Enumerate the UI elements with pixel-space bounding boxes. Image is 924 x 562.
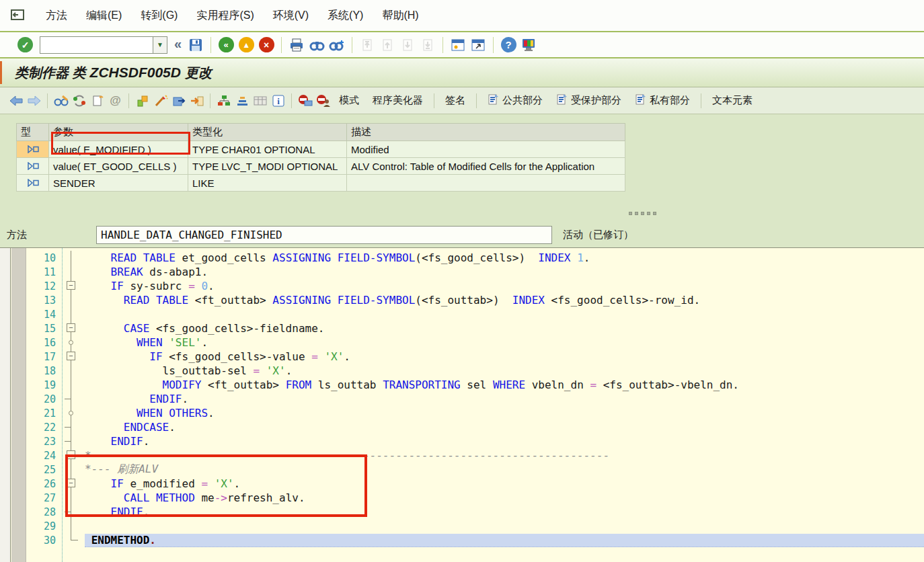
parameter-cell[interactable]: SENDER [49, 175, 188, 192]
code-text[interactable]: WHEN 'SEL'. [85, 336, 208, 349]
column-header-3[interactable]: 描述 [347, 124, 625, 141]
typing-cell[interactable]: TYPE CHAR01 OPTIONAL [188, 141, 347, 158]
app-button-private-section[interactable]: 私有部分 [628, 91, 697, 110]
code-line-28[interactable]: 28 ENDIF. [26, 505, 924, 519]
stop-user-icon[interactable] [315, 93, 332, 108]
code-line-10[interactable]: 10 READ TABLE et_good_cells ASSIGNING FI… [26, 251, 924, 265]
fold-gutter[interactable] [62, 505, 85, 519]
stop-watchpoint-icon[interactable] [297, 93, 313, 108]
new-session-icon[interactable] [449, 37, 467, 53]
menu-item-5[interactable]: 系统(Y) [318, 5, 373, 26]
find-icon[interactable] [308, 37, 325, 53]
app-button-text-elements[interactable]: 文本元素 [705, 91, 759, 110]
parameter-cell[interactable]: value( E_MODIFIED ) [49, 141, 188, 158]
typing-cell[interactable]: TYPE LVC_T_MODI OPTIONAL [188, 158, 347, 175]
fold-gutter[interactable] [62, 519, 85, 533]
code-text[interactable]: ENDIF. [85, 506, 149, 518]
last-page-icon[interactable] [419, 37, 436, 53]
code-line-24[interactable]: 24−*------------------------------------… [26, 448, 924, 463]
fold-gutter[interactable] [62, 434, 85, 448]
code-line-21[interactable]: 21 WHEN OTHERS. [26, 406, 924, 420]
print-icon[interactable] [288, 37, 305, 53]
code-text[interactable]: IF e_modified = 'X'. [85, 477, 240, 490]
code-line-15[interactable]: 15− CASE <fs_good_cells>-fieldname. [26, 321, 924, 335]
code-text[interactable]: ENDMETHOD. [85, 534, 924, 547]
code-line-16[interactable]: 16 WHEN 'SEL'. [26, 335, 924, 350]
collapse-toolbar-icon[interactable]: « [174, 36, 182, 52]
description-cell[interactable] [347, 175, 625, 192]
column-header-2[interactable]: 类型化 [188, 124, 347, 141]
fold-gutter[interactable] [62, 293, 85, 307]
code-text[interactable]: ls_outtab-sel = 'X'. [85, 364, 292, 377]
code-text[interactable]: *---------------------------------------… [85, 449, 609, 462]
exporting-parameter-icon[interactable] [17, 141, 49, 158]
code-line-11[interactable]: 11 BREAK ds-abap1. [26, 265, 924, 279]
code-line-25[interactable]: 25*--- 刷新ALV [26, 463, 924, 477]
code-text[interactable]: *--- 刷新ALV [85, 463, 158, 477]
command-dropdown-icon[interactable]: ▼ [153, 36, 167, 54]
code-line-27[interactable]: 27 CALL METHOD me->refresh_alv. [26, 491, 924, 505]
code-line-14[interactable]: 14 [26, 307, 924, 321]
code-text[interactable]: CALL METHOD me->refresh_alv. [85, 491, 305, 504]
fold-gutter[interactable]: − [62, 350, 85, 364]
description-cell[interactable]: Modified [347, 141, 625, 158]
display-change-icon[interactable] [52, 93, 69, 108]
exporting-parameter-icon[interactable] [17, 175, 49, 192]
abap-code-editor[interactable]: 10 READ TABLE et_good_cells ASSIGNING FI… [0, 247, 924, 562]
fold-collapse-icon[interactable]: − [67, 450, 75, 459]
fold-collapse-icon[interactable]: − [67, 479, 75, 487]
fold-gutter[interactable] [62, 406, 85, 420]
save-icon[interactable] [187, 37, 204, 53]
code-text[interactable]: MODIFY <ft_outtab> FROM ls_outtab TRANSP… [85, 378, 739, 391]
fold-gutter[interactable]: − [62, 321, 85, 335]
syntax-check-icon[interactable] [134, 93, 151, 108]
code-text[interactable]: IF sy-subrc = 0. [85, 280, 215, 292]
parameter-row-1[interactable]: value( ET_GOOD_CELLS )TYPE LVC_T_MODI OP… [17, 158, 625, 175]
fold-gutter[interactable] [62, 378, 85, 392]
fold-collapse-icon[interactable]: − [67, 323, 75, 332]
code-line-26[interactable]: 26− IF e_modified = 'X'. [26, 477, 924, 491]
fold-gutter[interactable]: − [62, 279, 85, 293]
code-text[interactable]: WHEN OTHERS. [85, 407, 215, 419]
fold-gutter[interactable] [62, 265, 85, 279]
code-line-30[interactable]: 30 ENDMETHOD. [26, 533, 924, 547]
refresh-icon[interactable] [71, 93, 87, 108]
code-text[interactable]: READ TABLE <ft_outtab> ASSIGNING FIELD-S… [85, 294, 700, 307]
parameter-row-2[interactable]: SENDERLIKE [17, 175, 625, 192]
code-line-19[interactable]: 19 MODIFY <ft_outtab> FROM ls_outtab TRA… [26, 378, 924, 392]
pretty-printer-icon[interactable] [152, 93, 169, 108]
fold-collapse-icon[interactable]: − [67, 281, 75, 290]
command-field[interactable] [40, 36, 153, 54]
code-line-18[interactable]: 18 ls_outtab-sel = 'X'. [26, 364, 924, 378]
fold-gutter[interactable] [62, 335, 85, 350]
cancel-icon[interactable]: × [258, 37, 275, 53]
table-view-icon[interactable] [252, 93, 268, 108]
menu-item-3[interactable]: 实用程序(S) [187, 5, 263, 26]
code-text[interactable]: IF <fs_good_cells>-value = 'X'. [85, 350, 350, 363]
fold-gutter[interactable] [62, 420, 85, 434]
typing-cell[interactable]: LIKE [188, 175, 347, 192]
app-button-pretty-printer[interactable]: 程序美化器 [366, 91, 430, 110]
enter-icon[interactable]: ✓ [17, 37, 33, 52]
code-line-22[interactable]: 22 ENDCASE. [26, 420, 924, 434]
code-text[interactable]: ENDIF. [85, 393, 188, 405]
code-line-23[interactable]: 23 ENDIF. [26, 434, 924, 448]
sort-icon[interactable] [233, 93, 250, 108]
navigate-icon[interactable] [170, 93, 187, 108]
breakpoint-gutter[interactable] [11, 248, 26, 562]
fold-gutter[interactable] [62, 463, 85, 477]
trace-icon[interactable]: @ [107, 93, 124, 108]
back-nav-icon[interactable] [7, 93, 24, 108]
code-text[interactable]: READ TABLE et_good_cells ASSIGNING FIELD… [85, 251, 590, 264]
fold-gutter[interactable] [62, 307, 85, 321]
fold-gutter[interactable] [62, 491, 85, 505]
code-text[interactable]: ENDCASE. [85, 421, 176, 434]
code-line-17[interactable]: 17− IF <fs_good_cells>-value = 'X'. [26, 350, 924, 364]
code-line-20[interactable]: 20 ENDIF. [26, 392, 924, 406]
fold-gutter[interactable] [62, 251, 85, 265]
menu-item-2[interactable]: 转到(G) [131, 5, 187, 26]
code-text[interactable]: BREAK ds-abap1. [85, 266, 208, 278]
hierarchy-icon[interactable] [215, 93, 232, 108]
fold-gutter[interactable]: − [62, 477, 85, 491]
where-used-icon[interactable] [188, 93, 205, 108]
